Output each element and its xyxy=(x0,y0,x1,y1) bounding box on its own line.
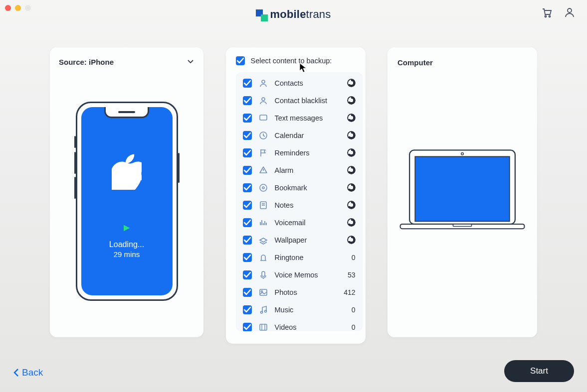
person-icon xyxy=(259,79,268,88)
svg-rect-29 xyxy=(453,224,471,227)
content-label: Bookmark xyxy=(275,184,340,192)
source-dropdown-chevron-icon[interactable] xyxy=(187,57,195,67)
loading-spinner-icon xyxy=(347,166,356,174)
content-row-video[interactable]: Videos0 xyxy=(238,318,358,331)
apple-logo-icon xyxy=(112,154,142,190)
bell-icon xyxy=(259,253,268,262)
mic-icon xyxy=(259,270,268,279)
note-icon xyxy=(259,201,268,210)
back-label: Back xyxy=(22,367,43,378)
content-row-chat[interactable]: Text messages xyxy=(238,109,358,127)
chat-icon xyxy=(259,114,268,123)
content-row-bookmark[interactable]: Bookmark xyxy=(238,179,358,196)
content-row-voicemail[interactable]: Voicemail xyxy=(238,214,358,231)
content-row-mic[interactable]: Voice Memos53 xyxy=(238,266,358,283)
content-label: Voice Memos xyxy=(275,271,334,279)
calendar-icon xyxy=(259,131,268,140)
bookmark-icon xyxy=(259,183,268,192)
content-row-alarm[interactable]: Alarm xyxy=(238,161,358,179)
source-panel: Source: iPhone ▶ Loading... 29 mins xyxy=(50,47,203,337)
content-label: Contacts xyxy=(275,79,340,87)
content-label: Notes xyxy=(275,201,340,209)
phone-illustration: ▶ Loading... 29 mins xyxy=(76,102,178,301)
content-checkbox[interactable] xyxy=(243,96,252,105)
content-checkbox[interactable] xyxy=(243,218,252,227)
content-count: 53 xyxy=(341,271,356,279)
content-checkbox[interactable] xyxy=(243,183,252,192)
loading-spinner-icon xyxy=(347,183,356,192)
svg-point-22 xyxy=(545,16,547,17)
content-count: 0 xyxy=(341,254,356,261)
content-count: 412 xyxy=(341,288,356,296)
alarm-icon xyxy=(259,166,268,175)
logo-mark-icon xyxy=(256,9,266,19)
photo-icon xyxy=(259,288,268,297)
content-checkbox[interactable] xyxy=(243,270,252,279)
video-icon xyxy=(259,323,268,332)
start-button[interactable]: Start xyxy=(504,360,574,382)
content-count: 0 xyxy=(341,306,356,314)
select-all-checkbox[interactable] xyxy=(236,56,245,65)
loading-spinner-icon xyxy=(347,96,356,105)
content-row-wallpaper[interactable]: Wallpaper xyxy=(238,231,358,249)
content-label: Text messages xyxy=(275,114,340,122)
content-row-music[interactable]: Music0 xyxy=(238,301,358,318)
account-icon[interactable] xyxy=(563,6,576,19)
content-row-photo[interactable]: Photos412 xyxy=(238,283,358,301)
brand-logo: mobiletrans xyxy=(256,8,331,21)
content-label: Videos xyxy=(275,323,334,331)
header: mobiletrans xyxy=(0,0,587,29)
content-checkbox[interactable] xyxy=(243,79,252,88)
flag-icon xyxy=(259,148,268,157)
content-row-calendar[interactable]: Calendar xyxy=(238,127,358,144)
content-label: Ringtone xyxy=(275,254,334,261)
loading-spinner-icon xyxy=(347,236,356,244)
music-icon xyxy=(259,305,268,314)
content-label: Calendar xyxy=(275,131,340,139)
loading-spinner-icon xyxy=(347,114,356,122)
content-checkbox[interactable] xyxy=(243,323,252,332)
cart-icon[interactable] xyxy=(540,6,553,19)
source-title: Source: iPhone xyxy=(59,58,114,66)
content-checkbox[interactable] xyxy=(243,166,252,175)
content-label: Voicemail xyxy=(275,219,340,227)
content-row-note[interactable]: Notes xyxy=(238,196,358,214)
loading-spinner-icon xyxy=(347,201,356,209)
content-checkbox[interactable] xyxy=(243,148,252,157)
back-button[interactable]: Back xyxy=(13,367,43,378)
content-checkbox[interactable] xyxy=(243,114,252,123)
content-row-person[interactable]: Contacts xyxy=(238,74,358,92)
content-list[interactable]: ContactsContact blacklistText messagesCa… xyxy=(236,72,363,331)
destination-title: Computer xyxy=(397,58,433,67)
content-checkbox[interactable] xyxy=(243,236,252,245)
person-icon xyxy=(259,96,268,105)
loading-text: Loading... xyxy=(109,240,144,249)
svg-rect-27 xyxy=(415,156,509,221)
content-checkbox[interactable] xyxy=(243,288,252,297)
svg-point-24 xyxy=(568,8,572,12)
content-label: Contact blacklist xyxy=(275,97,340,105)
laptop-illustration xyxy=(397,144,527,239)
loading-spinner-icon xyxy=(347,131,356,139)
content-row-flag[interactable]: Reminders xyxy=(238,144,358,161)
content-label: Music xyxy=(275,306,334,314)
eta-text: 29 mins xyxy=(114,250,140,259)
content-label: Alarm xyxy=(275,166,340,174)
content-checkbox[interactable] xyxy=(243,305,252,314)
select-title: Select content to backup: xyxy=(251,57,332,65)
play-indicator-icon: ▶ xyxy=(124,223,130,232)
destination-panel: Computer xyxy=(388,47,537,337)
loading-spinner-icon xyxy=(347,218,356,227)
chevron-left-icon xyxy=(13,368,20,378)
content-checkbox[interactable] xyxy=(243,201,252,210)
content-checkbox[interactable] xyxy=(243,253,252,262)
content-label: Wallpaper xyxy=(275,236,340,244)
content-row-person[interactable]: Contact blacklist xyxy=(238,92,358,109)
svg-point-23 xyxy=(549,16,551,17)
content-checkbox[interactable] xyxy=(243,131,252,140)
loading-spinner-icon xyxy=(347,148,356,157)
content-row-bell[interactable]: Ringtone0 xyxy=(238,249,358,266)
brand-text-a: mobile xyxy=(270,8,306,20)
content-label: Reminders xyxy=(275,149,340,157)
loading-spinner-icon xyxy=(347,79,356,87)
